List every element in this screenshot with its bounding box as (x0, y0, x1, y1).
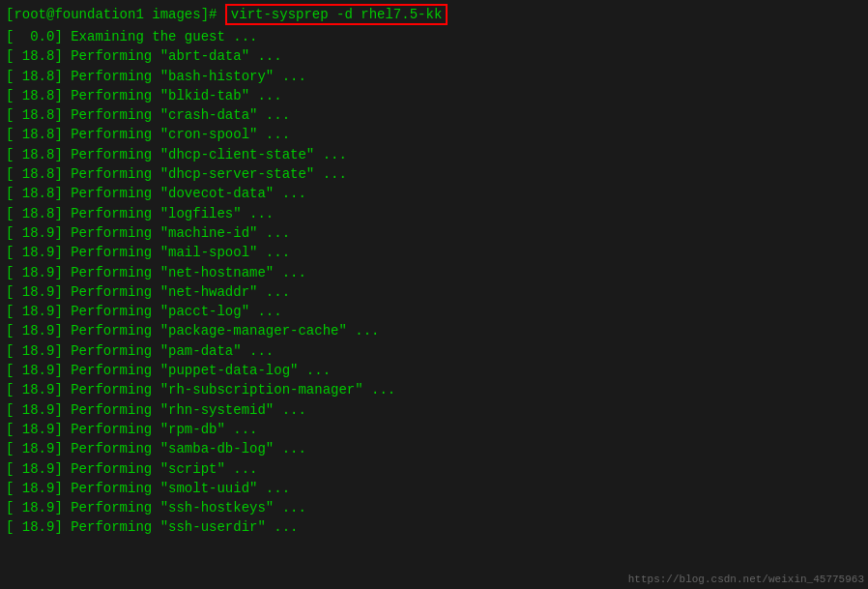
output-line: [ 18.9] Performing "ssh-hostkeys" ... (6, 498, 862, 517)
output-line: [ 18.9] Performing "mail-spool" ... (6, 243, 862, 262)
terminal-window: [root@foundation1 images]# virt-sysprep … (0, 0, 868, 589)
command-line: [root@foundation1 images]# virt-sysprep … (6, 4, 862, 25)
output-line: [ 18.9] Performing "script" ... (6, 459, 862, 479)
output-line: [ 18.8] Performing "dhcp-client-state" .… (6, 145, 862, 164)
output-line: [ 18.9] Performing "pam-data" ... (6, 341, 862, 361)
watermark: https://blog.csdn.net/weixin_45775963 (628, 574, 864, 585)
terminal-output: [ 0.0] Examining the guest ...[ 18.8] Pe… (6, 27, 862, 538)
output-line: [ 18.9] Performing "rpm-db" ... (6, 420, 862, 439)
output-line: [ 18.9] Performing "rhn-systemid" ... (6, 400, 862, 420)
output-line: [ 18.9] Performing "pacct-log" ... (6, 302, 862, 321)
command-input[interactable]: virt-sysprep -d rhel7.5-kk (225, 4, 448, 25)
output-line: [ 18.8] Performing "bash-history" ... (6, 67, 862, 86)
output-line: [ 18.9] Performing "smolt-uuid" ... (6, 479, 862, 498)
output-line: [ 18.9] Performing "net-hostname" ... (6, 263, 862, 282)
output-line: [ 18.8] Performing "logfiles" ... (6, 204, 862, 223)
output-line: [ 0.0] Examining the guest ... (6, 27, 862, 46)
output-line: [ 18.9] Performing "samba-db-log" ... (6, 439, 862, 458)
output-line: [ 18.8] Performing "cron-spool" ... (6, 125, 862, 144)
output-line: [ 18.8] Performing "dhcp-server-state" .… (6, 164, 862, 184)
output-line: [ 18.8] Performing "crash-data" ... (6, 105, 862, 125)
output-line: [ 18.9] Performing "ssh-userdir" ... (6, 517, 862, 537)
output-line: [ 18.9] Performing "puppet-data-log" ... (6, 361, 862, 380)
output-line: [ 18.8] Performing "blkid-tab" ... (6, 86, 862, 105)
output-line: [ 18.9] Performing "package-manager-cach… (6, 321, 862, 340)
output-line: [ 18.9] Performing "net-hwaddr" ... (6, 282, 862, 302)
output-line: [ 18.8] Performing "abrt-data" ... (6, 46, 862, 66)
prompt: [root@foundation1 images]# (6, 7, 225, 22)
output-line: [ 18.8] Performing "dovecot-data" ... (6, 184, 862, 203)
output-line: [ 18.9] Performing "rh-subscription-mana… (6, 380, 862, 399)
output-line: [ 18.9] Performing "machine-id" ... (6, 223, 862, 243)
